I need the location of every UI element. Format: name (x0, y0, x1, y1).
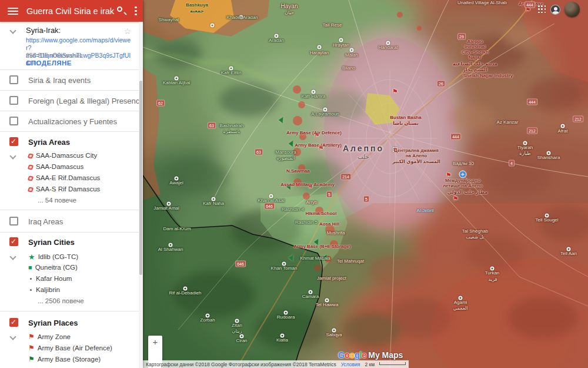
map-attribution-bar: Картографски данни ©2018 Google Фотограф… (143, 360, 409, 368)
apps-grid-icon[interactable] (538, 5, 546, 14)
red-polygon-icon (28, 175, 34, 181)
google-mymaps-watermark: GoogleMy Maps (338, 350, 403, 360)
collapse-syria-areas-chevron-icon[interactable] (11, 153, 16, 158)
star-icon[interactable]: ☆ (123, 26, 131, 36)
google-logo-letter: o (349, 350, 355, 360)
checkbox-iraq-areas[interactable] (9, 217, 18, 226)
more-cities-link[interactable]: ... 2506 повече (38, 297, 84, 304)
dot-icon (30, 278, 32, 280)
sidebar-scrollbar-track (139, 22, 143, 368)
map-viewport[interactable]: BashkuyaجمعيةShwayhatKhader AradanHayanح… (143, 0, 588, 368)
attribution-text: Картографски данни ©2018 Google Фотограф… (146, 362, 336, 367)
layer-label[interactable]: Syrian Cities (28, 238, 75, 247)
google-logo-letter: e (362, 350, 366, 360)
search-icon[interactable] (115, 4, 129, 18)
collapse-syrian-places-chevron-icon[interactable] (11, 334, 16, 339)
green-flag-icon: ⚑ (28, 355, 35, 363)
red-flag-icon: ⚑ (28, 333, 35, 341)
hamburger-menu-icon[interactable] (8, 8, 18, 15)
sublayer-saa-s-rif-damascus[interactable]: SAA-S Rif Damascus (28, 185, 100, 193)
sublayer-army-base-air-defence[interactable]: ⚑Army Base (Air Defence) (28, 344, 112, 352)
views-count: 256 815 показвания (26, 52, 82, 59)
sublayer-kaljibrin[interactable]: Kaljibrin (28, 286, 60, 293)
layer-label[interactable]: Iraq Areas (28, 217, 63, 226)
collapse-syrian-cities-chevron-icon[interactable] (11, 254, 16, 259)
google-logo-letter: g (355, 350, 360, 360)
sublayer-quneitra[interactable]: ■Quneitra (CG) (28, 264, 78, 271)
sublayer-kafar-houm[interactable]: Kafar Houm (28, 275, 72, 282)
dot-icon (30, 289, 32, 291)
sidebar-header: Guerra Civil Siria e irak (0, 0, 143, 22)
layers-sidebar: Guerra Civil Siria e irak Syria-Irak: ☆ … (0, 0, 143, 368)
scale-label: 2 км (365, 362, 375, 367)
checkbox-foreign-presence[interactable] (9, 96, 18, 105)
sidebar-body: Syria-Irak: ☆ https://www.google.com/map… (0, 22, 143, 368)
satellite-map-canvas[interactable] (143, 0, 588, 368)
map-title: Guerra Civil Siria e irak (26, 6, 115, 16)
sublayer-saa-e-rif-damascus[interactable]: SAA-E Rif.Damascus (28, 174, 100, 181)
profile-photo-avatar[interactable] (564, 2, 580, 17)
google-logo: Google (338, 350, 366, 360)
red-polygon-icon (28, 153, 34, 158)
scale-bar (379, 362, 406, 365)
sublayer-idlib[interactable]: ★Idlib (CG-TC) (28, 253, 78, 261)
layer-label[interactable]: Siria & Iraq events (28, 76, 91, 85)
google-logo-letter: G (338, 350, 345, 360)
checkbox-actualizaciones[interactable] (9, 117, 18, 125)
layer-label[interactable]: Actualizaciones y Fuentes (28, 117, 117, 126)
layer-label[interactable]: Syria Areas (28, 138, 70, 147)
sidebar-scrollbar-thumb[interactable] (139, 81, 142, 275)
red-polygon-icon (28, 187, 34, 192)
layer-label[interactable]: Foreign (Legal & Illegal) Presence (28, 97, 144, 105)
checkbox-syrian-cities[interactable] (9, 237, 18, 246)
kebab-menu-icon[interactable] (129, 0, 143, 22)
sublayer-army-base-storage[interactable]: ⚑Army Base (Storage) (28, 355, 101, 363)
google-bar (538, 2, 580, 17)
checkbox-syrian-places[interactable] (9, 318, 18, 327)
checkbox-syria-areas[interactable] (9, 137, 18, 146)
red-polygon-icon (28, 164, 34, 170)
mymaps-logo-text: My Maps (368, 350, 403, 360)
green-square-icon: ■ (28, 264, 32, 271)
checkbox-siria-iraq-events[interactable] (9, 75, 18, 84)
more-areas-link[interactable]: ... 54 повече (38, 197, 76, 204)
zoom-in-button[interactable]: + (148, 336, 162, 349)
red-flag-icon: ⚑ (28, 344, 35, 352)
map-source-name: Syria-Irak: (26, 26, 61, 35)
mymaps-viewer-app: BashkuyaجمعيةShwayhatKhader AradanHayanح… (0, 0, 588, 368)
sublayer-army-zone[interactable]: ⚑Army Zone (28, 333, 71, 341)
layer-label[interactable]: Syrian Places (28, 319, 78, 327)
sublayer-saa-damascus[interactable]: SAA-Damascus (28, 163, 83, 170)
green-star-icon: ★ (28, 253, 35, 261)
sublayer-saa-damascus-city[interactable]: SAA-Damascus City (28, 152, 97, 159)
share-button[interactable]: СПОДЕЛЯНЕ (26, 59, 72, 67)
terms-link[interactable]: Условия (341, 362, 360, 367)
account-avatar-icon[interactable] (550, 5, 560, 15)
collapse-map-info-chevron-icon[interactable] (11, 28, 16, 33)
